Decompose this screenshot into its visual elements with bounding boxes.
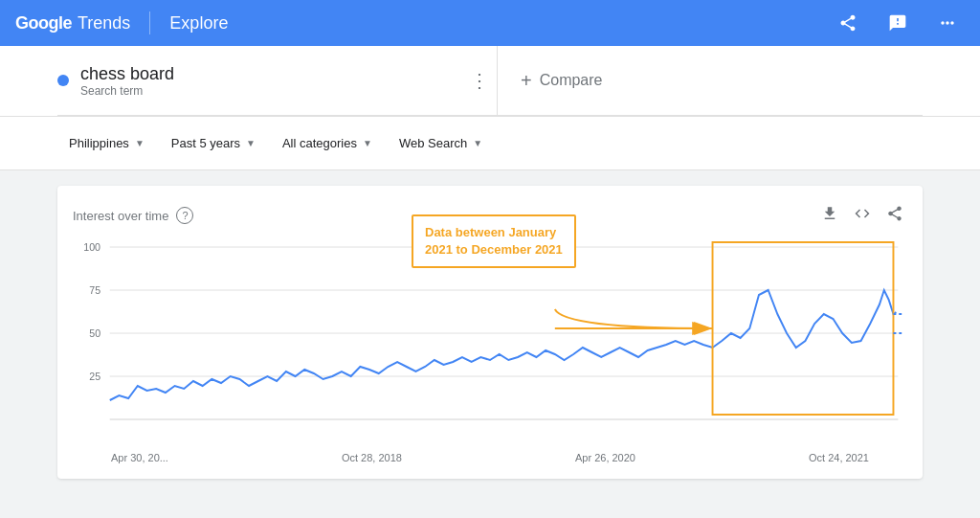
region-label: Philippines: [69, 136, 129, 150]
search-type-filter[interactable]: Web Search ▼: [388, 128, 494, 158]
apps-button[interactable]: [930, 6, 965, 40]
trends-logo-text: Trends: [78, 13, 130, 34]
x-label-1: Oct 28, 2018: [342, 452, 402, 463]
x-label-0: Apr 30, 20...: [111, 452, 168, 463]
logo: Google Trends: [15, 13, 130, 34]
chart-area: 100 75 50 25: [73, 237, 907, 448]
svg-text:75: 75: [89, 284, 100, 296]
search-dot: [57, 75, 69, 86]
filter-row: Philippines ▼ Past 5 years ▼ All categor…: [0, 117, 980, 170]
download-button[interactable]: [817, 201, 842, 230]
x-axis: Apr 30, 20... Oct 28, 2018 Apr 26, 2020 …: [73, 448, 907, 463]
search-row: chess board Search term ⋮ + Compare: [57, 46, 923, 116]
svg-rect-9: [713, 242, 894, 415]
search-term-text: chess board Search term: [80, 64, 451, 98]
x-label-2: Apr 26, 2020: [575, 452, 635, 463]
header-divider: [149, 11, 150, 34]
svg-text:100: 100: [83, 241, 100, 253]
category-label: All categories: [282, 136, 357, 150]
category-filter[interactable]: All categories ▼: [271, 128, 384, 158]
time-arrow-icon: ▼: [246, 138, 256, 148]
share-button[interactable]: [831, 6, 865, 40]
time-range-label: Past 5 years: [171, 136, 240, 150]
compare-label: Compare: [540, 72, 603, 89]
category-arrow-icon: ▼: [363, 138, 372, 148]
chart-actions: [817, 201, 907, 230]
chart-title-row: Interest over time ?: [73, 207, 193, 224]
svg-text:50: 50: [89, 327, 100, 339]
embed-button[interactable]: [850, 201, 875, 230]
search-type-label: Web Search: [399, 136, 467, 150]
region-filter[interactable]: Philippines ▼: [57, 128, 156, 158]
chart-svg: 100 75 50 25: [73, 237, 907, 448]
google-logo-text: Google: [15, 13, 72, 34]
explore-label: Explore: [169, 13, 228, 34]
search-type-arrow-icon: ▼: [473, 138, 482, 148]
search-term-menu-button[interactable]: ⋮: [462, 61, 497, 100]
search-term-type: Search term: [80, 84, 451, 98]
tooltip-text-line2: 2021 to December 2021: [425, 242, 563, 257]
time-range-filter[interactable]: Past 5 years ▼: [160, 128, 267, 158]
feedback-button[interactable]: [880, 6, 915, 40]
search-term-box: chess board Search term ⋮: [57, 46, 498, 115]
search-term-name: chess board: [80, 64, 451, 84]
search-section: chess board Search term ⋮ + Compare: [0, 46, 980, 117]
compare-button[interactable]: + Compare: [498, 46, 626, 115]
chart-section: Interest over time ? Data between Januar…: [57, 186, 923, 479]
svg-text:25: 25: [89, 371, 100, 382]
data-tooltip: Data between January 2021 to December 20…: [412, 214, 576, 268]
x-label-3: Oct 24, 2021: [809, 452, 869, 463]
chart-title: Interest over time: [73, 209, 168, 223]
app-header: Google Trends Explore: [0, 0, 980, 46]
compare-plus-icon: +: [521, 70, 532, 92]
chart-help-button[interactable]: ?: [176, 207, 193, 224]
share-chart-button[interactable]: [882, 201, 907, 230]
region-arrow-icon: ▼: [135, 138, 145, 148]
tooltip-text-line1: Data between January: [425, 225, 556, 239]
